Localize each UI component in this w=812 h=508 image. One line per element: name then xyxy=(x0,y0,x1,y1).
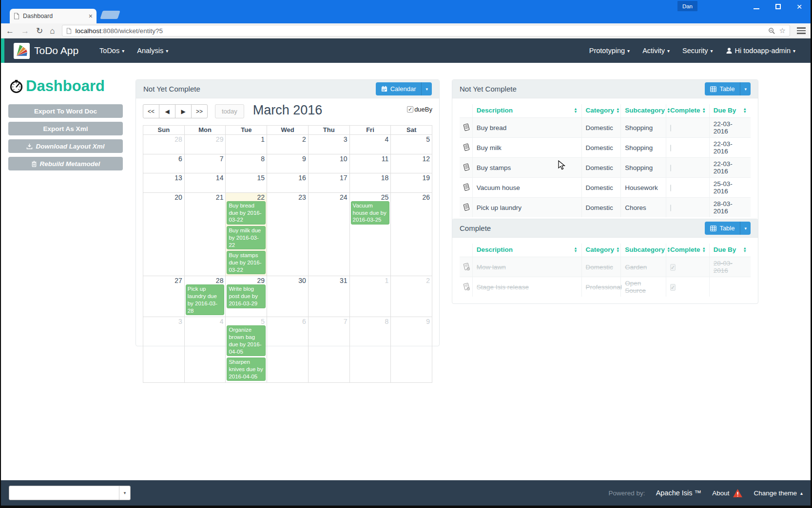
complete-checkbox[interactable] xyxy=(670,125,671,132)
calendar-day-cell[interactable]: 15 xyxy=(226,173,267,193)
calendar-day-cell[interactable]: 23 xyxy=(267,193,309,276)
calendar-day-cell[interactable]: 26 xyxy=(391,193,432,276)
calendar-day-cell[interactable]: 2 xyxy=(391,276,432,317)
minimize-icon[interactable] xyxy=(753,2,760,11)
column-header-description[interactable]: Description▲▼ xyxy=(472,104,581,118)
export-to-word-doc-button[interactable]: Export To Word Doc xyxy=(8,104,123,118)
calendar-day-cell[interactable]: 6 xyxy=(267,317,309,383)
sort-icon[interactable]: ▲▼ xyxy=(616,247,619,253)
calendar-day-cell[interactable]: 4 xyxy=(185,317,226,383)
calendar-day-cell[interactable]: 10 xyxy=(309,154,350,173)
calendar-day-cell[interactable]: 1 xyxy=(350,276,391,317)
calendar-day-cell[interactable]: 5 xyxy=(391,135,432,154)
calendar-day-cell[interactable]: 16 xyxy=(267,173,309,193)
about-link[interactable]: About xyxy=(712,489,743,498)
download-layout-xml-button[interactable]: Download Layout Xml xyxy=(8,139,123,153)
calendar-event[interactable]: Write blog post due by 2016-03-29 xyxy=(227,284,266,308)
column-header-complete[interactable]: Complete▲▼ xyxy=(666,104,710,118)
calendar-day-cell[interactable]: 30 xyxy=(267,276,309,317)
sort-icon[interactable]: ▲▼ xyxy=(574,108,577,113)
column-header-subcategory[interactable]: Subcategory▲▼ xyxy=(621,244,666,257)
nyc-view-button[interactable]: Table ▾ xyxy=(705,82,751,95)
calendar-day-cell[interactable]: 27 xyxy=(143,276,185,317)
menu-todos[interactable]: ToDos▾ xyxy=(99,47,124,55)
app-brand[interactable]: ToDo App xyxy=(34,45,78,56)
change-theme-menu[interactable]: Change theme ▴ xyxy=(754,489,803,497)
export-as-xml-button[interactable]: Export As Xml xyxy=(8,122,123,135)
browser-menu-icon[interactable] xyxy=(797,27,806,34)
close-icon[interactable]: × xyxy=(796,3,803,11)
calendar-day-cell[interactable]: 21 xyxy=(185,193,226,276)
calendar-day-cell[interactable]: 14 xyxy=(185,173,226,193)
calendar-day-cell[interactable]: 18 xyxy=(350,173,391,193)
sort-icon[interactable]: ▲▼ xyxy=(702,247,706,253)
menu-hi-todoapp-admin[interactable]: Hi todoapp-admin▾ xyxy=(726,47,796,55)
complete-checkbox[interactable] xyxy=(670,145,671,151)
calendar-event[interactable]: Sharpen knives due by 2016-04-05 xyxy=(227,357,266,381)
dueby-checkbox[interactable]: ✓ xyxy=(407,106,413,113)
url-text[interactable]: localhost:8080/wicket/entity?5 xyxy=(76,27,764,35)
menu-prototyping[interactable]: Prototyping▾ xyxy=(589,47,630,55)
table-row[interactable]: Vacuum houseDomesticHousework25-03-2016 xyxy=(460,178,751,198)
bookmark-star-icon[interactable]: ☆ xyxy=(779,26,786,35)
calendar-day-cell[interactable]: 2 xyxy=(267,135,309,154)
tab-close-icon[interactable]: × xyxy=(89,13,93,19)
calendar-day-cell[interactable]: 12 xyxy=(391,154,432,173)
column-header-description[interactable]: Description▲▼ xyxy=(472,244,581,257)
home-icon[interactable]: ⌂ xyxy=(50,27,55,35)
calendar-day-cell[interactable]: 19 xyxy=(391,173,432,193)
chevron-down-icon[interactable]: ▾ xyxy=(421,82,432,95)
chevron-down-icon[interactable]: ▾ xyxy=(740,222,751,235)
table-row[interactable]: Stage Isis releaseProfessionalOpen Sourc… xyxy=(460,277,751,297)
table-row[interactable]: Buy stampsDomesticShopping22-03-2016 xyxy=(460,158,751,178)
calendar-day-cell[interactable]: 8 xyxy=(350,317,391,383)
rebuild-metamodel-button[interactable]: Rebuild Metamodel xyxy=(8,157,123,170)
menu-analysis[interactable]: Analysis▾ xyxy=(137,47,168,55)
calendar-day-cell[interactable]: 7 xyxy=(185,154,226,173)
calendar-day-cell[interactable]: 13 xyxy=(143,173,185,193)
calendar-day-cell[interactable]: 4 xyxy=(350,135,391,154)
select-arrow-icon[interactable]: ▾ xyxy=(119,486,130,500)
complete-checkbox[interactable] xyxy=(670,205,671,211)
sort-icon[interactable]: ▲▼ xyxy=(574,247,577,253)
calendar-day-cell[interactable]: 17 xyxy=(309,173,350,193)
calendar-event[interactable]: Pick up laundry due by 2016-03-28 xyxy=(186,284,225,315)
apache-isis-link[interactable]: Apache Isis ™ xyxy=(656,489,702,497)
table-row[interactable]: Buy breadDomesticShopping22-03-2016 xyxy=(460,118,751,138)
column-header-due-by[interactable]: Due By▲▼ xyxy=(709,244,751,257)
calendar-day-cell[interactable]: 29 xyxy=(185,135,226,154)
calendar-day-cell[interactable]: 29Write blog post due by 2016-03-29 xyxy=(226,276,267,317)
calendar-event[interactable]: Buy bread due by 2016-03-22 xyxy=(227,201,266,225)
calendar-day-cell[interactable]: 8 xyxy=(226,154,267,173)
column-header-complete[interactable]: Complete▲▼ xyxy=(666,244,710,257)
calendar-day-cell[interactable]: 9 xyxy=(267,154,309,173)
complete-checkbox[interactable] xyxy=(670,185,671,191)
calendar-view-button[interactable]: Calendar ▾ xyxy=(376,82,432,95)
sort-icon[interactable]: ▲▼ xyxy=(743,108,747,113)
calendar-day-cell[interactable]: 31 xyxy=(309,276,350,317)
calendar-event[interactable]: Buy stamps due by 2016-03-22 xyxy=(227,251,266,274)
new-tab-button[interactable] xyxy=(100,11,120,19)
menu-security[interactable]: Security▾ xyxy=(682,47,713,55)
complete-checkbox[interactable] xyxy=(670,165,671,171)
calendar-event[interactable]: Buy milk due by 2016-03-22 xyxy=(227,226,266,249)
sort-icon[interactable]: ▲▼ xyxy=(743,247,747,253)
column-header-due-by[interactable]: Due By▲▼ xyxy=(709,104,751,118)
calendar-event[interactable]: Vacuum house due by 2016-03-25 xyxy=(351,201,390,225)
back-icon[interactable]: ← xyxy=(6,27,14,35)
sort-icon[interactable]: ▲▼ xyxy=(616,108,619,113)
calendar-event[interactable]: Organize brown bag due by 2016-04-05 xyxy=(227,325,266,356)
complete-view-button[interactable]: Table ▾ xyxy=(705,222,751,235)
column-header-category[interactable]: Category▲▼ xyxy=(581,244,621,257)
maximize-icon[interactable] xyxy=(774,2,781,11)
calendar-day-cell[interactable]: 11 xyxy=(350,154,391,173)
todo-app-logo-icon[interactable] xyxy=(14,43,30,59)
theme-select[interactable]: ▾ xyxy=(9,486,131,500)
url-bar[interactable]: localhost:8080/wicket/entity?5 ☆ xyxy=(62,25,790,37)
calendar-day-cell[interactable]: 5Organize brown bag due by 2016-04-05Sha… xyxy=(226,317,267,383)
column-header-subcategory[interactable]: Subcategory▲▼ xyxy=(621,104,666,118)
calendar-day-cell[interactable]: 28Pick up laundry due by 2016-03-28 xyxy=(185,276,226,317)
table-row[interactable]: Pick up laundryDomesticChores28-03-2016 xyxy=(460,198,751,218)
calendar-day-cell[interactable]: 24 xyxy=(309,193,350,276)
calendar-day-cell[interactable]: 3 xyxy=(143,317,185,383)
